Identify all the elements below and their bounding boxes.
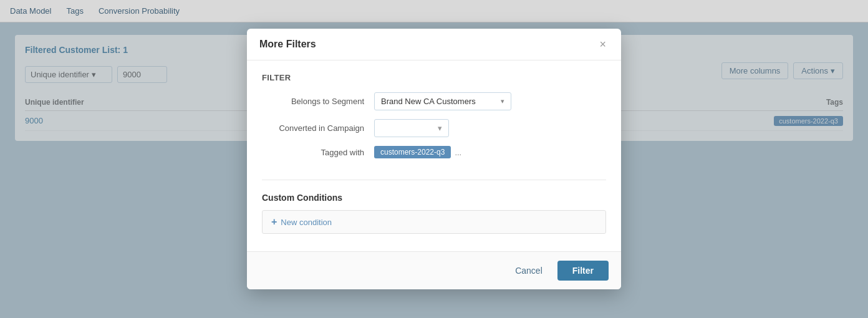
belongs-to-segment-value: Brand New CA Customers bbox=[381, 97, 476, 106]
plus-icon: + bbox=[271, 217, 277, 227]
more-filters-modal: More Filters × Filter Belongs to Segment… bbox=[247, 29, 621, 289]
modal-overlay: More Filters × Filter Belongs to Segment… bbox=[0, 0, 868, 318]
tagged-with-label: Tagged with bbox=[262, 148, 374, 157]
belongs-to-segment-label: Belongs to Segment bbox=[262, 97, 374, 106]
belongs-to-segment-select[interactable]: Brand New CA Customers ▾ bbox=[374, 92, 511, 110]
converted-in-campaign-control: ▾ bbox=[374, 119, 606, 137]
belongs-to-segment-control: Brand New CA Customers ▾ bbox=[374, 92, 606, 110]
modal-header: More Filters × bbox=[247, 29, 621, 60]
modal-footer: Cancel Filter bbox=[247, 251, 621, 289]
chevron-down-icon: ▾ bbox=[501, 97, 504, 105]
custom-conditions-title: Custom Conditions bbox=[262, 193, 606, 203]
filter-button[interactable]: Filter bbox=[557, 261, 609, 281]
converted-in-campaign-row: Converted in Campaign ▾ bbox=[262, 119, 606, 137]
modal-close-button[interactable]: × bbox=[597, 39, 609, 50]
belongs-to-segment-row: Belongs to Segment Brand New CA Customer… bbox=[262, 92, 606, 110]
add-condition-box[interactable]: + New condition bbox=[262, 210, 606, 234]
filter-section-title: Filter bbox=[262, 73, 606, 82]
tag-more-button[interactable]: ... bbox=[455, 148, 461, 157]
converted-in-campaign-select[interactable]: ▾ bbox=[374, 119, 449, 137]
tag-chip[interactable]: customers-2022-q3 bbox=[374, 146, 451, 158]
cancel-button[interactable]: Cancel bbox=[508, 262, 550, 279]
modal-title: More Filters bbox=[259, 39, 316, 50]
chevron-down-icon-2: ▾ bbox=[438, 123, 442, 133]
custom-conditions-section: Custom Conditions + New condition bbox=[262, 193, 606, 234]
filter-section: Filter Belongs to Segment Brand New CA C… bbox=[262, 73, 606, 180]
modal-body: Filter Belongs to Segment Brand New CA C… bbox=[247, 60, 621, 251]
tagged-with-control: customers-2022-q3 ... bbox=[374, 146, 606, 158]
converted-in-campaign-label: Converted in Campaign bbox=[262, 123, 374, 133]
tagged-with-row: Tagged with customers-2022-q3 ... bbox=[262, 146, 606, 158]
add-condition-label: New condition bbox=[281, 218, 332, 227]
tags-container: customers-2022-q3 ... bbox=[374, 146, 606, 158]
